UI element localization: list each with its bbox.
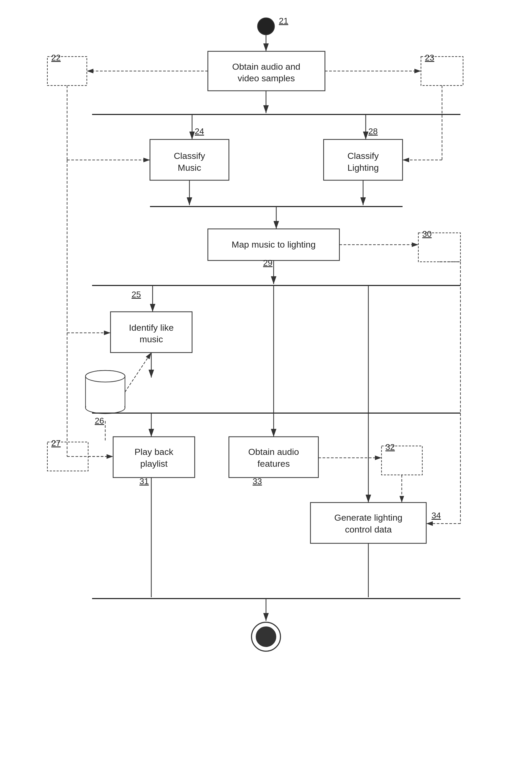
label-33: 33 xyxy=(252,476,262,486)
text-generate-2: control data xyxy=(345,524,392,534)
text-classify-music-1: Classify xyxy=(174,151,205,161)
label-32: 32 xyxy=(385,442,395,452)
label-22: 22 xyxy=(51,53,61,62)
label-31: 31 xyxy=(140,476,149,486)
label-27: 27 xyxy=(51,438,61,448)
dashed-db-identify xyxy=(125,353,151,392)
text-identify-2: music xyxy=(140,334,163,344)
label-24: 24 xyxy=(195,127,204,136)
text-classify-lighting-2: Lighting xyxy=(347,163,379,173)
diagram-container: 21 Obtain audio and video samples 23 22 … xyxy=(0,0,532,778)
label-23: 23 xyxy=(425,53,434,62)
label-21: 21 xyxy=(279,16,288,25)
flowchart-svg: 21 Obtain audio and video samples 23 22 … xyxy=(0,0,532,778)
text-identify-1: Identify like xyxy=(129,323,174,332)
text-obtain-audio-1: Obtain audio xyxy=(248,447,299,457)
start-node xyxy=(257,18,275,35)
label-28: 28 xyxy=(368,127,378,136)
label-26: 26 xyxy=(95,416,104,425)
text-classify-lighting-1: Classify xyxy=(347,151,379,161)
text-generate-1: Generate lighting xyxy=(334,513,402,523)
text-map: Map music to lighting xyxy=(232,239,315,249)
text-obtain-2: video samples xyxy=(238,73,295,83)
box-generate xyxy=(310,502,426,543)
cylinder-top2 xyxy=(85,371,125,382)
text-obtain-1: Obtain audio and xyxy=(232,62,300,72)
text-playback-2: playlist xyxy=(140,459,168,469)
text-classify-music-2: Music xyxy=(178,163,201,173)
text-playback-1: Play back xyxy=(135,447,173,457)
end-inner xyxy=(256,627,276,647)
label-34: 34 xyxy=(432,511,441,520)
label-29: 29 xyxy=(263,258,273,267)
label-30: 30 xyxy=(422,229,432,239)
box-playback xyxy=(113,437,195,477)
box-obtain-audio xyxy=(229,437,318,477)
text-obtain-audio-2: features xyxy=(257,459,290,469)
label-25: 25 xyxy=(132,290,141,299)
